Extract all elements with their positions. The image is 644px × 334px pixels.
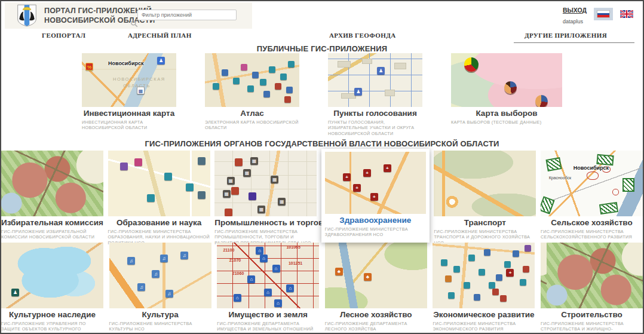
card-title: Образование и наука <box>108 218 210 227</box>
card-description: ГИС-ПРИЛОЖЕНИЕ МИНИСТЕРСТВА СТРОИТЕЛЬСТВ… <box>541 321 643 334</box>
map-thumbnail[interactable]: 21100 21070 21060 101065 101251 ⌂ ⌂ ⌂ ⌂ … <box>217 243 319 308</box>
map-thumbnail[interactable]: + <box>433 243 535 308</box>
public-apps-row: % ♟ ▦ Новосибирск НОВОСИБИРСКАЯ ОБЛАСТЬ … <box>1 53 643 139</box>
search-icon[interactable] <box>130 20 138 27</box>
property-marker: ⌂ <box>264 289 272 296</box>
voting-station-marker: ♟ <box>354 88 362 96</box>
map-thumbnail[interactable]: ♣ ♣ <box>325 243 427 308</box>
card-title: Избирательная комиссия <box>1 218 103 227</box>
header-right: ВЫХОД dataplus <box>563 7 633 26</box>
card-title: Карта выборов <box>451 109 562 118</box>
tab-address-plan[interactable]: АДРЕСНЫЙ ПЛАН <box>128 32 192 39</box>
hospital-marker: + <box>384 164 391 172</box>
card-title: Строительство <box>541 310 643 319</box>
map-thumbnail[interactable]: + + + + + <box>325 152 426 214</box>
card-title: Промышленность и торговля <box>214 218 317 227</box>
hospital-marker: + <box>343 173 351 181</box>
card-title: Здравоохранение <box>325 216 426 225</box>
map-thumbnail[interactable] <box>451 53 562 107</box>
card-description: ГИС-ПРИЛОЖЕНИЕ ИЗБИРАТЕЛЬНОЙ КОМИССИИ НО… <box>1 229 103 240</box>
app-card-cultural-heritage[interactable]: ♟ Культурное наследие ГИС-ПРИЛОЖЕНИЕ УПР… <box>1 243 103 334</box>
active-tab-underline <box>514 42 634 43</box>
app-card-elections-map[interactable]: Карта выборов КАРТА ВЫБОРОВ (ТЕСТОВЫЕ ДА… <box>451 53 562 139</box>
card-title: Культурное наследие <box>1 310 103 319</box>
card-description: ГИС-ПРИЛОЖЕНИЕ МИНИСТЕРСТВА ЗДРАВООХРАНЕ… <box>325 226 426 238</box>
logout-link[interactable]: ВЫХОД <box>563 7 587 14</box>
filter-input[interactable] <box>137 10 237 20</box>
app-card-voting-stations[interactable]: ♟ ♟ Пункты голосования ПУНКТЫ ГОЛОСОВАНИ… <box>328 53 422 139</box>
krasnoobsk-label: Краснообск <box>549 176 572 180</box>
card-description: ЭЛЕКТРОННАЯ КАРТА НОВОСИБИРСКОЙ ОБЛАСТИ <box>205 119 299 131</box>
app-card-investment-map[interactable]: % ♟ ▦ Новосибирск НОВОСИБИРСКАЯ ОБЛАСТЬ … <box>82 53 176 139</box>
app-card-economic-development[interactable]: + Экономическое развитие ГИС-ПРИЛОЖЕНИЕ … <box>433 243 535 334</box>
map-thumbnail[interactable]: ♟ <box>1 243 103 308</box>
map-thumbnail[interactable] <box>434 151 536 216</box>
card-description: ГИС-ПРИЛОЖЕНИЕ УПРАВЛЕНИЯ ПО ЗАЩИТЕ ОБЪЕ… <box>1 321 103 334</box>
tab-geoportal[interactable]: ГЕОПОРТАЛ <box>42 32 85 39</box>
forest-marker: ♣ <box>335 268 343 275</box>
app-card-transport[interactable]: Транспорт ГИС-ПРИЛОЖЕНИЕ МИНИСТЕРСТВА ТР… <box>434 151 536 243</box>
gov-apps-row-2: ♟ Культурное наследие ГИС-ПРИЛОЖЕНИЕ УПР… <box>1 243 643 334</box>
card-description: ИНВЕСТИЦИОННАЯ КАРТА НОВОСИБИРСКОЙ ОБЛАС… <box>82 119 176 131</box>
novosibirsk-coat-of-arms-icon <box>17 4 37 27</box>
map-thumbnail[interactable]: ▦ ▦ ▦ ▦ ▦ ▦ ▦ <box>214 151 317 216</box>
region-watermark: НОВОСИБИРСКАЯ ОБЛАСТЬ <box>113 76 161 90</box>
section-heading-government: ГИС-ПРИЛОЖЕНИЯ ОРГАНОВ ГОСУДАРСТВЕННОЙ В… <box>1 139 643 148</box>
app-card-education-science[interactable]: Образование и наука ГИС-ПРИЛОЖЕНИЕ МИНИС… <box>108 151 210 243</box>
app-card-electoral-commission[interactable]: Избирательная комиссия ГИС-ПРИЛОЖЕНИЕ ИЗ… <box>1 151 103 243</box>
hospital-marker: + <box>370 193 378 201</box>
portal-page: ПОРТАЛ ГИС-ПРИЛОЖЕНИЙ НОВОСИБИРСКОЙ ОБЛА… <box>0 0 644 334</box>
card-description: ПУНКТЫ ГОЛОСОВАНИЯ, ИЗБИРАТЕЛЬНЫЕ УЧАСТК… <box>328 119 422 136</box>
app-card-agriculture[interactable]: Новосибирск Краснообск Сельское хозяйств… <box>541 151 643 243</box>
forest-marker: ♣ <box>364 273 372 281</box>
map-thumbnail[interactable]: ♫ ♫ ♫ ♫ ♫ ♫ <box>109 243 211 308</box>
card-description: ГИС-ПРИЛОЖЕНИЕ МИНИСТЕРСТВА ЭКОНОМИЧЕСКО… <box>433 321 535 332</box>
tab-other-apps[interactable]: ДРУГИЕ ПРИЛОЖЕНИЯ <box>525 32 607 39</box>
app-card-forestry[interactable]: ♣ ♣ Лесное хозяйство ГИС-ПРИЛОЖЕНИЕ ДЕПА… <box>325 243 427 334</box>
card-description: ГИС-ПРИЛОЖЕНИЕ ДЕПАРТАМЕНТА ИМУЩЕСТВА И … <box>217 321 319 332</box>
language-russian-flag-icon[interactable] <box>594 8 613 20</box>
voting-station-marker: ♟ <box>377 67 385 75</box>
main-nav: ГЕОПОРТАЛ АДРЕСНЫЙ ПЛАН АРХИВ ГЕОФОНДА Д… <box>1 29 643 43</box>
people-icon: ♟ <box>157 57 165 65</box>
property-marker: ⌂ <box>272 265 280 272</box>
filter-search <box>137 8 237 20</box>
card-title: Культура <box>109 310 211 319</box>
map-thumbnail[interactable] <box>541 243 643 308</box>
card-title: Имущество и земля <box>217 310 319 319</box>
city-label: Новосибирск <box>574 165 609 171</box>
map-thumbnail[interactable]: ♟ ♟ <box>328 53 422 107</box>
card-description: КАРТА ВЫБОРОВ (ТЕСТОВЫЕ ДАННЫЕ) <box>451 119 562 125</box>
app-card-atlas[interactable]: Атлас ЭЛЕКТРОННАЯ КАРТА НОВОСИБИРСКОЙ ОБ… <box>205 53 299 139</box>
app-card-property-land[interactable]: 21100 21070 21060 101065 101251 ⌂ ⌂ ⌂ ⌂ … <box>217 243 319 334</box>
card-title: Атлас <box>205 109 299 118</box>
card-title: Лесное хозяйство <box>325 310 427 319</box>
language-english-flag-icon[interactable] <box>620 10 633 18</box>
header: ПОРТАЛ ГИС-ПРИЛОЖЕНИЙ НОВОСИБИРСКОЙ ОБЛА… <box>1 1 643 29</box>
tab-geofund-archive[interactable]: АРХИВ ГЕОФОНДА <box>329 32 396 39</box>
card-title: Экономическое развитие <box>433 310 535 319</box>
app-card-healthcare[interactable]: + + + + + Здравоохранение ГИС-ПРИЛОЖЕНИЕ… <box>321 149 430 243</box>
property-marker: ⌂ <box>234 294 241 302</box>
card-title: Пункты голосования <box>328 109 422 118</box>
pie-chart-marker <box>535 95 548 107</box>
app-card-construction[interactable]: Строительство ГИС-ПРИЛОЖЕНИЕ МИНИСТЕРСТВ… <box>541 243 643 334</box>
property-marker: ⌂ <box>286 284 294 292</box>
map-thumbnail[interactable] <box>205 53 299 107</box>
card-title: Транспорт <box>434 218 536 227</box>
username-label: dataplus <box>563 19 583 24</box>
pie-chart-marker <box>504 81 517 94</box>
map-thumbnail[interactable]: Новосибирск Краснообск <box>541 151 643 216</box>
property-marker: ⌂ <box>260 255 268 262</box>
app-card-industry-trade[interactable]: ▦ ▦ ▦ ▦ ▦ ▦ ▦ Промышленность и торговля … <box>214 151 317 243</box>
map-thumbnail[interactable] <box>108 151 210 216</box>
pie-chart-marker <box>464 57 479 72</box>
card-description: ГИС-ПРИЛОЖЕНИЕ МИНИСТЕРСТВА КУЛЬТУРЫ НСО <box>109 321 211 332</box>
hospital-marker: + <box>363 169 371 177</box>
logout-block: ВЫХОД dataplus <box>563 7 587 26</box>
gov-apps-row-1: Избирательная комиссия ГИС-ПРИЛОЖЕНИЕ ИЗ… <box>1 151 643 243</box>
app-card-culture[interactable]: ♫ ♫ ♫ ♫ ♫ ♫ Культура ГИС-ПРИЛОЖЕНИЕ МИНИ… <box>109 243 211 334</box>
map-thumbnail[interactable] <box>1 151 103 216</box>
map-thumbnail[interactable]: % ♟ ▦ Новосибирск НОВОСИБИРСКАЯ ОБЛАСТЬ <box>82 53 176 107</box>
property-marker: ⌂ <box>247 275 255 283</box>
